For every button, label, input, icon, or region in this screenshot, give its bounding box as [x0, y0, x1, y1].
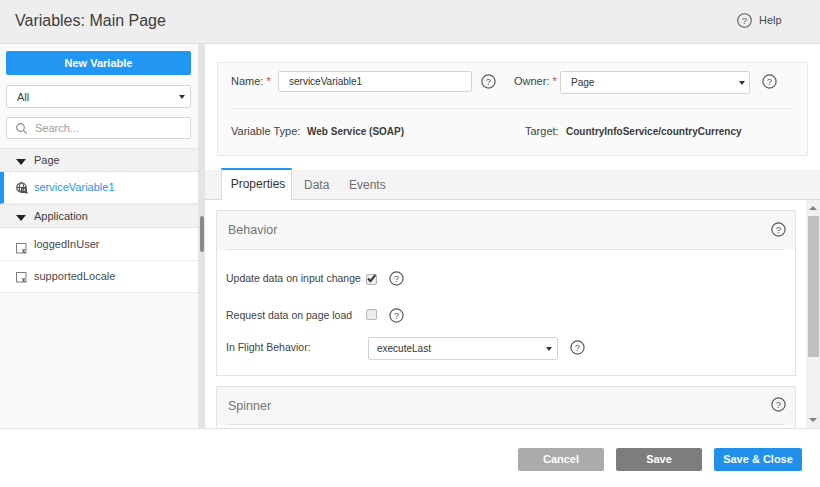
svg-text:?: ?: [394, 310, 399, 321]
svg-text:x: x: [22, 246, 26, 253]
svg-text:?: ?: [486, 76, 491, 87]
svg-text:?: ?: [575, 342, 580, 353]
svg-text:?: ?: [767, 76, 772, 87]
svg-text:?: ?: [394, 273, 399, 284]
svg-text:?: ?: [742, 15, 747, 26]
svg-text:?: ?: [776, 224, 781, 235]
svg-text:x: x: [22, 276, 26, 283]
svg-text:?: ?: [776, 399, 781, 410]
